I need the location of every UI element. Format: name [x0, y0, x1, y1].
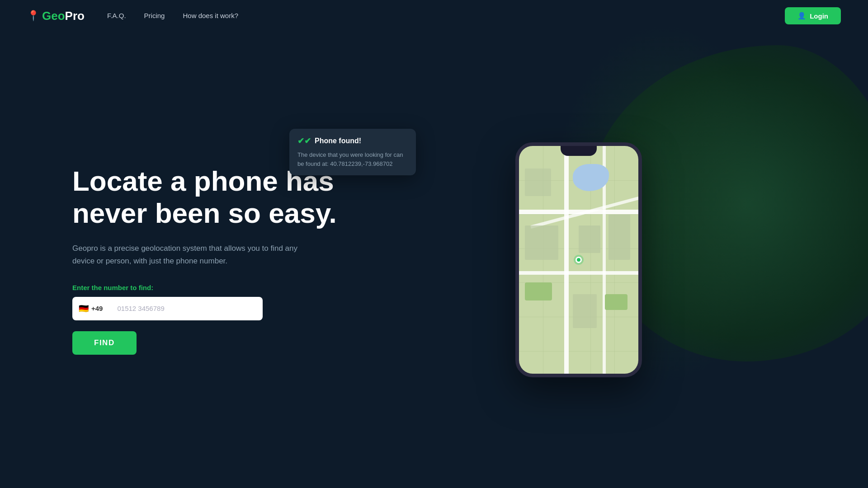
- map-block4: [609, 214, 630, 260]
- nav-faq[interactable]: F.A.Q.: [107, 12, 126, 19]
- phone-frame: [515, 142, 642, 377]
- phone-notch: [561, 146, 597, 156]
- login-person-icon: 👤: [797, 12, 806, 20]
- login-label: Login: [810, 12, 828, 20]
- map-block2: [579, 225, 600, 253]
- popup-title: ✔✔ Phone found!: [297, 136, 408, 146]
- input-label: Enter the number to find:: [72, 284, 362, 291]
- popup-body: The device that you were looking for can…: [297, 150, 408, 168]
- nav-links: F.A.Q. Pricing How does it work?: [107, 12, 785, 20]
- hero-description: Geopro is a precise geolocation system t…: [72, 242, 307, 267]
- find-button[interactable]: FIND: [72, 331, 137, 355]
- phone-mockup: [515, 142, 642, 377]
- country-selector[interactable]: 🇩🇪 +49: [72, 297, 109, 320]
- logo-pro: Pro: [65, 9, 85, 23]
- nav-how[interactable]: How does it work?: [183, 12, 238, 19]
- map-road-h2: [519, 271, 638, 275]
- map-block5: [573, 294, 597, 328]
- popup-check-icon: ✔✔: [297, 136, 311, 146]
- map-grid-v4: [614, 146, 615, 374]
- map-park1: [525, 282, 552, 300]
- popup-title-text: Phone found!: [315, 137, 361, 145]
- flag-icon: 🇩🇪: [79, 304, 89, 314]
- map-grid-h6: [519, 351, 638, 352]
- phone-map: [519, 146, 638, 374]
- logo-geo: Geo: [42, 9, 65, 23]
- location-dot: [576, 257, 582, 263]
- map-road-v1: [564, 146, 569, 374]
- hero-section: Locate a phone has never been so easy. G…: [0, 32, 868, 488]
- hero-left: Locate a phone has never been so easy. G…: [72, 165, 362, 355]
- hero-right: ✔✔ Phone found! The device that you were…: [362, 142, 796, 377]
- find-label: FIND: [94, 338, 115, 347]
- phone-input-row: 🇩🇪 +49: [72, 297, 362, 320]
- phone-found-popup: ✔✔ Phone found! The device that you were…: [289, 129, 416, 175]
- country-code: +49: [91, 305, 103, 312]
- logo-pin-icon: 📍: [27, 10, 39, 22]
- map-park2: [605, 294, 627, 310]
- logo[interactable]: 📍 GeoPro: [27, 9, 85, 23]
- map-block1: [525, 225, 558, 260]
- map-block3: [525, 169, 551, 196]
- phone-input[interactable]: [109, 297, 263, 320]
- nav-pricing[interactable]: Pricing: [144, 12, 165, 19]
- navbar: 📍 GeoPro F.A.Q. Pricing How does it work…: [0, 0, 868, 32]
- login-button[interactable]: 👤 Login: [785, 7, 841, 24]
